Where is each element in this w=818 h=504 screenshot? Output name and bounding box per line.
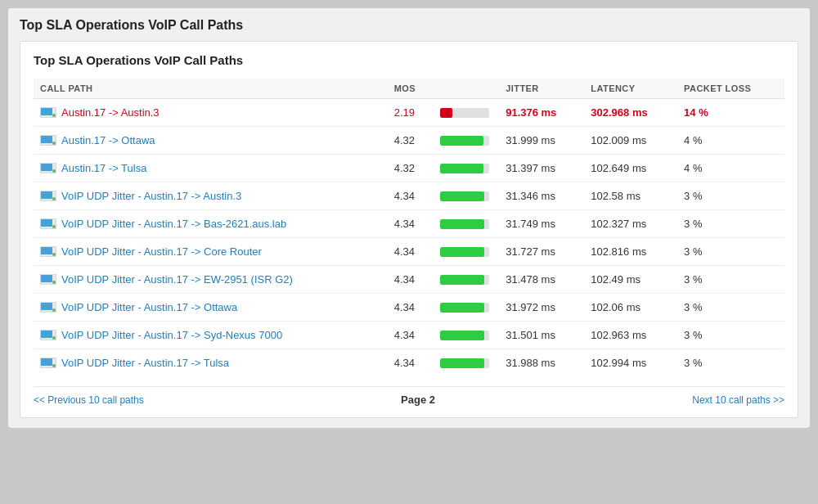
svg-rect-29 bbox=[41, 303, 52, 310]
network-icon bbox=[40, 274, 56, 286]
network-icon bbox=[40, 358, 56, 369]
table-row: Austin.17 -> Tulsa4.3231.397 ms102.649 m… bbox=[34, 155, 784, 182]
jitter-value: 31.749 ms bbox=[499, 210, 584, 238]
mos-value: 2.19 bbox=[388, 99, 434, 127]
jitter-value: 31.397 ms bbox=[499, 155, 584, 182]
mos-bar-cell bbox=[434, 266, 499, 294]
mos-value: 4.34 bbox=[388, 349, 434, 377]
latency-value: 102.49 ms bbox=[584, 266, 677, 294]
svg-rect-5 bbox=[41, 136, 52, 143]
jitter-value: 31.999 ms bbox=[499, 127, 584, 155]
table-row: VoIP UDP Jitter - Austin.17 -> Core Rout… bbox=[34, 238, 784, 266]
call-path-link[interactable]: VoIP UDP Jitter - Austin.17 -> EW-2951 (… bbox=[61, 273, 293, 286]
outer-container: Top SLA Operations VoIP Call Paths Top S… bbox=[8, 8, 810, 428]
table-row: VoIP UDP Jitter - Austin.17 -> Tulsa4.34… bbox=[34, 349, 784, 377]
table-row: Austin.17 -> Ottawa4.3231.999 ms102.009 … bbox=[34, 127, 784, 155]
mos-value: 4.34 bbox=[388, 182, 434, 210]
col-header-mos: MOS bbox=[388, 79, 434, 99]
network-icon bbox=[40, 135, 56, 146]
svg-rect-23 bbox=[52, 254, 53, 254]
col-header-latency: LATENCY bbox=[584, 79, 677, 99]
call-path-link[interactable]: VoIP UDP Jitter - Austin.17 -> Austin.3 bbox=[61, 190, 241, 202]
call-path-cell: VoIP UDP Jitter - Austin.17 -> Syd-Nexus… bbox=[34, 322, 388, 349]
table-row: VoIP UDP Jitter - Austin.17 -> Ottawa4.3… bbox=[34, 294, 784, 322]
network-icon bbox=[40, 330, 56, 341]
call-path-cell: Austin.17 -> Tulsa bbox=[34, 155, 388, 182]
mos-value: 4.34 bbox=[388, 322, 434, 349]
mos-bar-cell bbox=[434, 349, 499, 377]
call-path-link[interactable]: VoIP UDP Jitter - Austin.17 -> Tulsa bbox=[61, 357, 229, 369]
call-path-link[interactable]: Austin.17 -> Austin.3 bbox=[61, 106, 160, 119]
latency-value: 102.816 ms bbox=[584, 238, 677, 266]
svg-rect-13 bbox=[41, 191, 52, 199]
network-icon bbox=[40, 107, 56, 119]
call-paths-table: CALL PATH MOS JITTER LATENCY PACKET LOSS… bbox=[34, 79, 784, 376]
mos-value: 4.32 bbox=[388, 155, 434, 182]
table-row: VoIP UDP Jitter - Austin.17 -> Syd-Nexus… bbox=[34, 322, 784, 349]
latency-value: 102.58 ms bbox=[584, 182, 677, 210]
latency-value: 302.968 ms bbox=[584, 99, 677, 127]
svg-rect-1 bbox=[41, 108, 52, 115]
mos-bar-cell bbox=[434, 182, 499, 210]
mos-value: 4.32 bbox=[388, 127, 434, 155]
svg-rect-7 bbox=[52, 142, 53, 143]
call-path-link[interactable]: Austin.17 -> Tulsa bbox=[61, 162, 146, 174]
packet-loss-value: 14 % bbox=[677, 99, 784, 127]
latency-value: 102.994 ms bbox=[584, 349, 677, 377]
call-path-link[interactable]: VoIP UDP Jitter - Austin.17 -> Syd-Nexus… bbox=[61, 329, 282, 341]
call-path-link[interactable]: VoIP UDP Jitter - Austin.17 -> Bas-2621.… bbox=[61, 218, 286, 230]
call-path-cell: VoIP UDP Jitter - Austin.17 -> EW-2951 (… bbox=[34, 266, 388, 294]
mos-bar-cell bbox=[434, 127, 499, 155]
jitter-value: 31.346 ms bbox=[499, 182, 584, 210]
svg-rect-25 bbox=[41, 275, 52, 282]
svg-rect-37 bbox=[41, 358, 52, 366]
call-path-cell: VoIP UDP Jitter - Austin.17 -> Tulsa bbox=[34, 349, 388, 377]
mos-bar-cell bbox=[434, 155, 499, 182]
call-path-link[interactable]: VoIP UDP Jitter - Austin.17 -> Ottawa bbox=[61, 301, 237, 313]
packet-loss-value: 3 % bbox=[677, 322, 784, 349]
call-path-cell: VoIP UDP Jitter - Austin.17 -> Core Rout… bbox=[34, 238, 388, 266]
prev-nav-link[interactable]: << Previous 10 call paths bbox=[34, 394, 144, 406]
footer: << Previous 10 call paths Page 2 Next 10… bbox=[34, 386, 784, 406]
col-header-packet-loss: PACKET LOSS bbox=[677, 79, 784, 99]
network-icon bbox=[40, 163, 56, 174]
svg-rect-31 bbox=[52, 309, 53, 310]
mos-bar-cell bbox=[434, 322, 499, 349]
mos-value: 4.34 bbox=[388, 238, 434, 266]
next-nav-link[interactable]: Next 10 call paths >> bbox=[692, 394, 784, 406]
inner-title: Top SLA Operations VoIP Call Paths bbox=[34, 53, 784, 67]
svg-rect-35 bbox=[52, 337, 53, 338]
col-header-bar bbox=[434, 79, 499, 99]
call-path-cell: Austin.17 -> Austin.3 bbox=[34, 99, 388, 127]
table-row: Austin.17 -> Austin.32.1991.376 ms302.96… bbox=[34, 99, 784, 127]
svg-rect-21 bbox=[41, 247, 52, 254]
call-path-link[interactable]: VoIP UDP Jitter - Austin.17 -> Core Rout… bbox=[61, 245, 262, 258]
packet-loss-value: 3 % bbox=[677, 349, 784, 377]
packet-loss-value: 3 % bbox=[677, 210, 784, 238]
svg-rect-27 bbox=[52, 281, 53, 282]
latency-value: 102.06 ms bbox=[584, 294, 677, 322]
mos-bar-cell bbox=[434, 210, 499, 238]
svg-rect-19 bbox=[52, 226, 53, 227]
network-icon bbox=[40, 246, 56, 258]
packet-loss-value: 4 % bbox=[677, 127, 784, 155]
svg-rect-9 bbox=[41, 164, 52, 171]
packet-loss-value: 3 % bbox=[677, 294, 784, 322]
jitter-value: 31.727 ms bbox=[499, 238, 584, 266]
call-path-cell: VoIP UDP Jitter - Austin.17 -> Ottawa bbox=[34, 294, 388, 322]
page-label: Page 2 bbox=[401, 394, 435, 406]
packet-loss-value: 4 % bbox=[677, 155, 784, 182]
mos-bar-cell bbox=[434, 238, 499, 266]
svg-rect-39 bbox=[52, 365, 53, 366]
mos-value: 4.34 bbox=[388, 210, 434, 238]
svg-rect-15 bbox=[52, 198, 53, 199]
packet-loss-value: 3 % bbox=[677, 266, 784, 294]
col-header-call-path: CALL PATH bbox=[34, 79, 388, 99]
packet-loss-value: 3 % bbox=[677, 238, 784, 266]
svg-rect-3 bbox=[52, 115, 53, 115]
call-path-link[interactable]: Austin.17 -> Ottawa bbox=[61, 134, 155, 146]
network-icon bbox=[40, 191, 56, 202]
call-path-cell: VoIP UDP Jitter - Austin.17 -> Austin.3 bbox=[34, 182, 388, 210]
table-row: VoIP UDP Jitter - Austin.17 -> EW-2951 (… bbox=[34, 266, 784, 294]
svg-rect-33 bbox=[41, 331, 52, 338]
